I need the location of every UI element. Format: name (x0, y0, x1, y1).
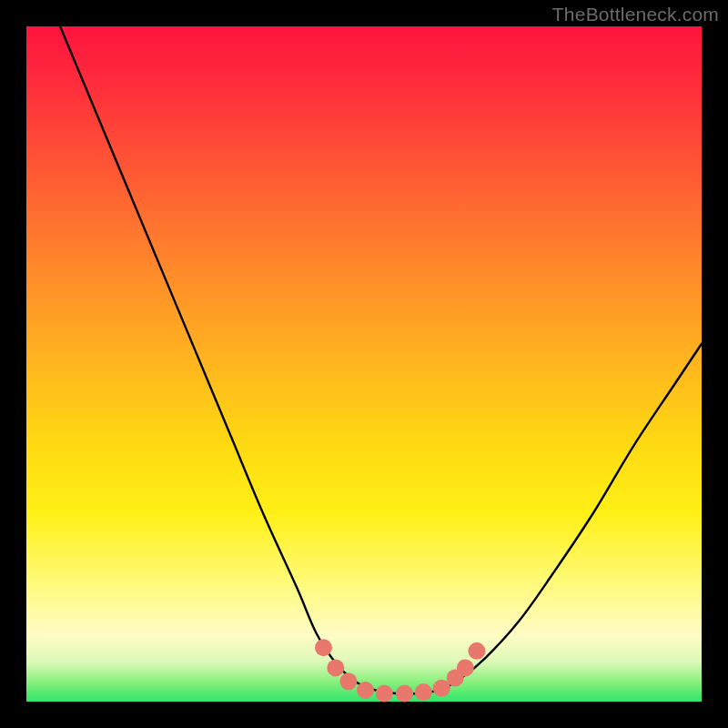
chart-frame: TheBottleneck.com (0, 0, 728, 728)
curve-marker (457, 659, 474, 676)
curve-marker (357, 682, 374, 699)
plot-area (26, 26, 702, 702)
curve-marker (468, 642, 485, 660)
bottleneck-curve (60, 26, 702, 694)
marker-group (315, 639, 485, 702)
curve-marker (327, 659, 344, 676)
curve-marker (315, 639, 332, 656)
curve-marker (339, 672, 357, 690)
curve-marker (376, 685, 393, 703)
curve-marker (396, 685, 413, 703)
curve-layer (26, 26, 702, 702)
curve-marker (415, 683, 432, 701)
watermark-text: TheBottleneck.com (552, 4, 719, 25)
